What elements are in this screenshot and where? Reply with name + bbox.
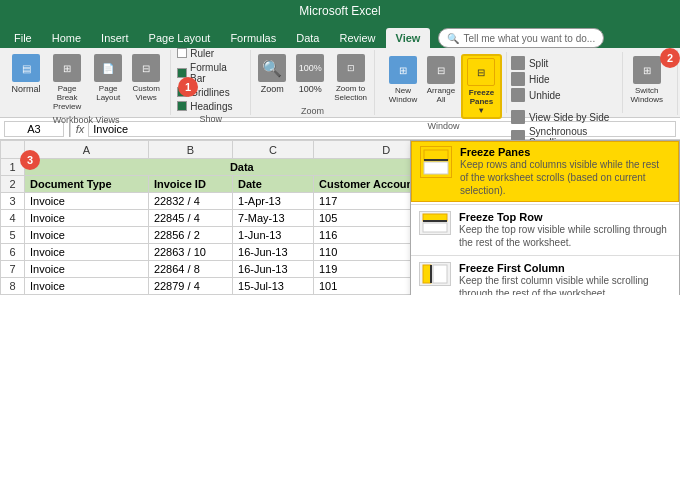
cell-4-c[interactable]: 7-May-13 [233,210,314,227]
svg-rect-5 [423,223,447,232]
tab-view[interactable]: View [386,28,431,48]
custom-views-icon: ⊟ [132,54,160,82]
page-layout-button[interactable]: 📄 PageLayout [90,52,126,104]
col-date[interactable]: Date [233,176,314,193]
tab-formulas[interactable]: Formulas [220,28,286,48]
freeze-first-column-text: Freeze First Column Keep the first colum… [459,262,671,295]
freeze-panes-icon: ⊟ [467,58,495,86]
cell-4-b[interactable]: 22845 / 4 [148,210,232,227]
annotation-circle-1: 1 [178,77,198,97]
annotation-circle-2: 2 [660,48,680,68]
cell-7-c[interactable]: 16-Jun-13 [233,261,314,278]
tab-home[interactable]: Home [42,28,91,48]
dropdown-sep-1 [411,204,679,205]
col-invoice-id[interactable]: Invoice ID [148,176,232,193]
cell-8-b[interactable]: 22879 / 4 [148,278,232,295]
search-placeholder: Tell me what you want to do... [463,33,595,44]
row-num-5: 5 [1,227,25,244]
ruler-checkbox-row: Ruler [177,48,244,59]
search-box[interactable]: 🔍 Tell me what you want to do... [438,28,604,48]
view-side-by-side-row[interactable]: View Side by Side [511,110,618,124]
title-text: Microsoft Excel [299,4,380,18]
main-content: A B C D E 1 Data 2 Document Type [0,140,680,500]
cell-5-b[interactable]: 22856 / 2 [148,227,232,244]
cell-4-a[interactable]: Invoice [25,210,149,227]
ribbon-tabs: File Home Insert Page Layout Formulas Da… [0,22,680,48]
zoom-button[interactable]: 🔍 Zoom [254,52,290,96]
zoom-label: Zoom [301,104,324,116]
data-header-cell[interactable]: Data [25,159,460,176]
freeze-top-row-text: Freeze Top Row Keep the top row visible … [459,211,671,249]
cell-6-b[interactable]: 22863 / 10 [148,244,232,261]
ribbon-group-window: ⊞ NewWindow ⊟ ArrangeAll ⊟ FreezePanes ▾… [375,50,678,115]
custom-views-button[interactable]: ⊟ CustomViews [128,52,164,104]
split-row[interactable]: Split [511,56,618,70]
page-break-button[interactable]: ⊞ Page BreakPreview [46,52,88,113]
svg-rect-0 [424,150,448,160]
tab-review[interactable]: Review [329,28,385,48]
window-buttons-top: ⊞ NewWindow ⊟ ArrangeAll ⊟ FreezePanes ▾ [385,54,502,119]
freeze-panes-option-icon [420,146,452,178]
ribbon: ▤ Normal ⊞ Page BreakPreview 📄 PageLayou… [0,48,680,118]
arrange-all-button[interactable]: ⊟ ArrangeAll [423,54,459,106]
col-header-a: A [25,141,149,159]
freeze-top-row-icon [419,211,451,235]
formula-bar-checkbox[interactable] [177,68,187,78]
tab-data[interactable]: Data [286,28,329,48]
arrange-all-icon: ⊟ [427,56,455,84]
zoom-selection-button[interactable]: ⊡ Zoom toSelection [330,52,371,104]
svg-rect-3 [423,214,447,221]
freeze-first-column-icon [419,262,451,286]
freeze-first-column-title: Freeze First Column [459,262,671,274]
tab-page-layout[interactable]: Page Layout [139,28,221,48]
ribbon-group-workbook-views: ▤ Normal ⊞ Page BreakPreview 📄 PageLayou… [2,50,171,115]
cell-8-a[interactable]: Invoice [25,278,149,295]
cell-3-b[interactable]: 22832 / 4 [148,193,232,210]
cell-3-a[interactable]: Invoice [25,193,149,210]
unhide-row[interactable]: Unhide [511,88,618,102]
freeze-panes-option-text: Freeze Panes Keep rows and columns visib… [460,146,670,197]
window-label: Window [427,119,459,131]
hide-row[interactable]: Hide [511,72,618,86]
dropdown-sep-2 [411,255,679,256]
row-num-2: 2 [1,176,25,193]
workbook-view-buttons: ▤ Normal ⊞ Page BreakPreview 📄 PageLayou… [8,52,164,113]
cell-5-c[interactable]: 1-Jun-13 [233,227,314,244]
search-icon: 🔍 [447,33,459,44]
row-num-3: 3 [1,193,25,210]
normal-view-icon: ▤ [12,54,40,82]
cell-7-b[interactable]: 22864 / 8 [148,261,232,278]
freeze-panes-title: Freeze Panes [460,146,670,158]
ruler-checkbox[interactable] [177,48,187,58]
cell-3-c[interactable]: 1-Apr-13 [233,193,314,210]
freeze-panes-option[interactable]: Freeze Panes Keep rows and columns visib… [411,141,679,202]
col-doc-type[interactable]: Document Type [25,176,149,193]
cell-8-c[interactable]: 15-Jul-13 [233,278,314,295]
tab-file[interactable]: File [4,28,42,48]
headings-checkbox[interactable] [177,101,187,111]
window-right-options: Split Hide Unhide View Side by Side Sync… [506,52,622,113]
svg-rect-8 [433,265,447,283]
normal-view-button[interactable]: ▤ Normal [8,52,44,96]
freeze-panes-button[interactable]: ⊟ FreezePanes ▾ [461,54,502,119]
cell-6-c[interactable]: 16-Jun-13 [233,244,314,261]
freeze-first-column-option[interactable]: Freeze First Column Keep the first colum… [411,258,679,295]
row-num-7: 7 [1,261,25,278]
show-label: Show [199,112,222,124]
zoom-100-button[interactable]: 100% 100% [292,52,328,96]
zoom-selection-icon: ⊡ [337,54,365,82]
cell-6-a[interactable]: Invoice [25,244,149,261]
new-window-button[interactable]: ⊞ NewWindow [385,54,421,106]
zoom-100-icon: 100% [296,54,324,82]
cell-5-a[interactable]: Invoice [25,227,149,244]
svg-rect-6 [423,265,431,283]
row-num-8: 8 [1,278,25,295]
cell-7-a[interactable]: Invoice [25,261,149,278]
svg-rect-2 [424,162,448,174]
freeze-panes-dropdown: Freeze Panes Keep rows and columns visib… [410,140,680,295]
freeze-top-row-option[interactable]: Freeze Top Row Keep the top row visible … [411,207,679,253]
zoom-buttons: 🔍 Zoom 100% 100% ⊡ Zoom toSelection [254,52,371,104]
tab-insert[interactable]: Insert [91,28,139,48]
title-bar: Microsoft Excel [0,0,680,22]
workbook-views-label: Workbook Views [53,113,120,125]
